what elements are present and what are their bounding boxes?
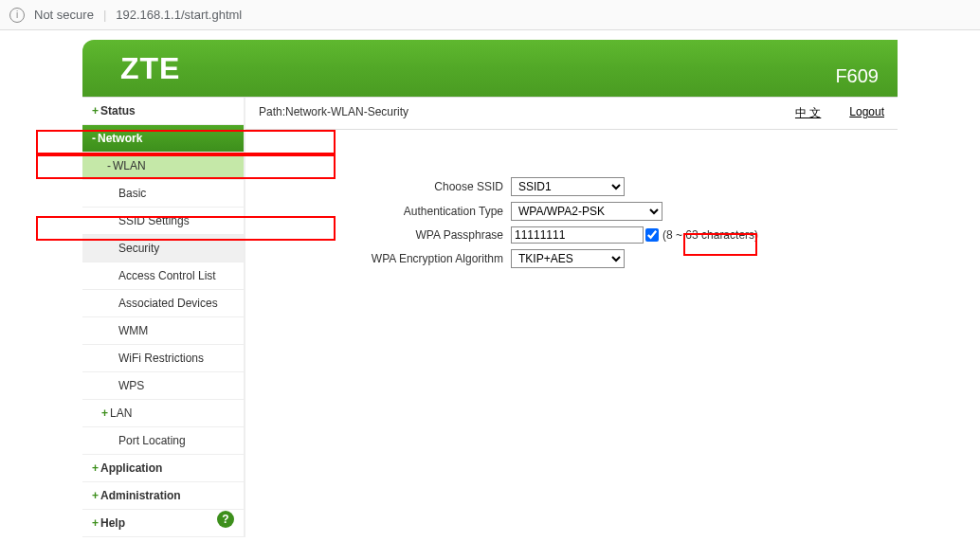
sidebar-item-wmm[interactable]: WMM bbox=[82, 317, 244, 345]
encryption-select[interactable]: TKIP+AES bbox=[511, 249, 625, 268]
sidebar-item-access-control[interactable]: Access Control List bbox=[82, 262, 244, 290]
security-status: Not secure bbox=[34, 8, 94, 22]
browser-address-bar: i Not secure | 192.168.1.1/start.ghtml bbox=[0, 0, 980, 30]
sidebar-item-lan[interactable]: +LAN bbox=[82, 400, 244, 427]
breadcrumb: Path:Network-WLAN-Security bbox=[259, 105, 408, 121]
model-number: F609 bbox=[835, 65, 879, 97]
sidebar: +Status -Network -WLAN Basic SSID Settin… bbox=[82, 98, 245, 537]
sidebar-item-basic[interactable]: Basic bbox=[82, 180, 244, 208]
encryption-label: WPA Encryption Algorithm bbox=[264, 252, 511, 265]
passphrase-label: WPA Passphrase bbox=[264, 228, 511, 242]
sidebar-item-security[interactable]: Security bbox=[82, 235, 244, 262]
path-bar: Path:Network-WLAN-Security 中 文 Logout bbox=[245, 98, 898, 130]
url-text[interactable]: 192.168.1.1/start.ghtml bbox=[116, 8, 242, 22]
auth-type-label: Authentication Type bbox=[264, 205, 511, 218]
language-link[interactable]: 中 文 bbox=[795, 105, 821, 121]
sidebar-item-network[interactable]: -Network bbox=[82, 125, 244, 153]
sidebar-item-administration[interactable]: +Administration bbox=[82, 482, 244, 510]
show-passphrase-checkbox[interactable] bbox=[645, 228, 659, 242]
sidebar-item-application[interactable]: +Application bbox=[82, 455, 244, 482]
info-icon: i bbox=[9, 8, 25, 23]
logo: ZTE bbox=[120, 51, 180, 86]
sidebar-item-wifi-restrictions[interactable]: WiFi Restrictions bbox=[82, 345, 244, 372]
logout-link[interactable]: Logout bbox=[849, 105, 884, 121]
passphrase-hint: (8 ~ 63 characters) bbox=[662, 228, 758, 242]
divider: | bbox=[103, 8, 106, 22]
header-banner: ZTE F609 bbox=[82, 40, 898, 97]
sidebar-item-associated-devices[interactable]: Associated Devices bbox=[82, 290, 244, 317]
security-form: Choose SSID SSID1 Authentication Type WP… bbox=[245, 130, 898, 293]
content-area: Path:Network-WLAN-Security 中 文 Logout Ch… bbox=[245, 98, 898, 537]
passphrase-input[interactable] bbox=[511, 226, 644, 244]
sidebar-item-wlan[interactable]: -WLAN bbox=[82, 153, 244, 180]
sidebar-item-wps[interactable]: WPS bbox=[82, 372, 244, 400]
sidebar-item-port-locating[interactable]: Port Locating bbox=[82, 427, 244, 455]
sidebar-item-status[interactable]: +Status bbox=[82, 98, 244, 125]
ssid-label: Choose SSID bbox=[264, 180, 511, 193]
help-icon[interactable]: ? bbox=[217, 511, 234, 528]
ssid-select[interactable]: SSID1 bbox=[511, 177, 625, 196]
sidebar-item-ssid-settings[interactable]: SSID Settings bbox=[82, 208, 244, 235]
auth-type-select[interactable]: WPA/WPA2-PSK bbox=[511, 202, 662, 221]
